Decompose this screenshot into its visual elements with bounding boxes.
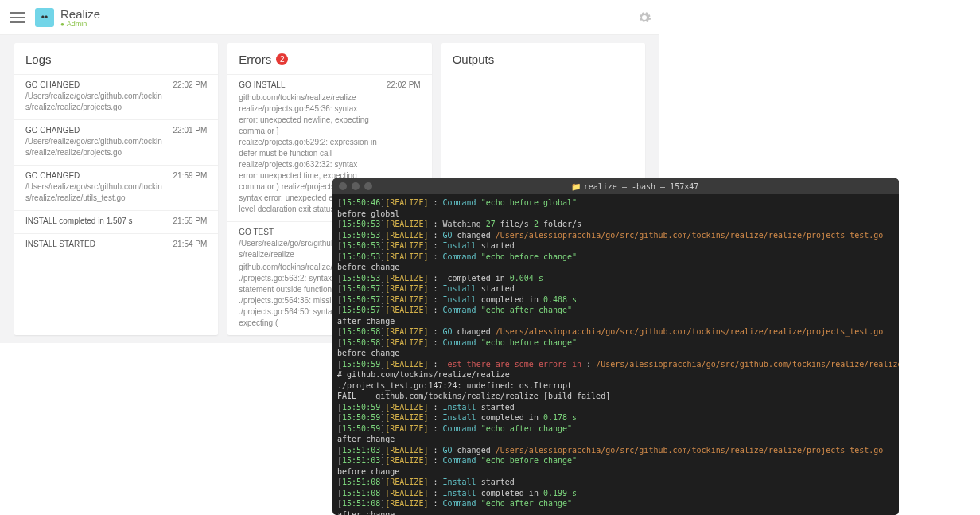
error-title: GO INSTALL bbox=[239, 80, 379, 91]
log-row[interactable]: GO CHANGED/Users/realize/go/src/github.c… bbox=[14, 74, 218, 119]
terminal-line: [15:50:59][REALIZE] : Install started bbox=[337, 402, 894, 413]
app-subtitle: Admin bbox=[60, 20, 100, 28]
log-row[interactable]: INSTALL STARTED21:54 PM bbox=[14, 233, 218, 256]
log-title: GO CHANGED bbox=[25, 125, 165, 136]
terminal-line: before change bbox=[337, 262, 894, 273]
terminal-line: # github.com/tockins/realize/realize bbox=[337, 369, 894, 380]
outputs-title: Outputs bbox=[441, 43, 645, 74]
terminal-line: [15:50:46][REALIZE] : Command "echo befo… bbox=[337, 197, 894, 209]
topbar: •• Realize Admin bbox=[0, 0, 659, 35]
log-time: 21:54 PM bbox=[173, 239, 208, 250]
terminal-line: [15:51:08][REALIZE] : Install completed … bbox=[337, 488, 894, 499]
log-path: /Users/realize/go/src/github.com/tockins… bbox=[25, 181, 165, 204]
terminal-body[interactable]: [15:50:46][REALIZE] : Command "echo befo… bbox=[332, 194, 899, 515]
terminal-line: [15:51:08][REALIZE] : Command "echo afte… bbox=[337, 498, 894, 509]
log-row[interactable]: GO CHANGED/Users/realize/go/src/github.c… bbox=[14, 119, 218, 165]
log-title: GO CHANGED bbox=[25, 80, 165, 91]
terminal-line: [15:50:57][REALIZE] : Command "echo afte… bbox=[337, 305, 894, 316]
terminal-line: before change bbox=[337, 466, 894, 478]
app-title-text: Realize bbox=[60, 7, 100, 21]
errors-title: Errors 2 bbox=[228, 43, 431, 74]
terminal-line: [15:50:59][REALIZE] : Command "echo afte… bbox=[337, 423, 894, 435]
terminal-line: before change bbox=[337, 348, 894, 359]
logs-panel: Logs GO CHANGED/Users/realize/go/src/git… bbox=[14, 43, 218, 335]
terminal-line: [15:50:53][REALIZE] : GO changed /Users/… bbox=[337, 230, 894, 241]
logs-title: Logs bbox=[14, 43, 218, 74]
gear-icon[interactable] bbox=[637, 10, 651, 25]
terminal-line: [15:50:57][REALIZE] : Install completed … bbox=[337, 295, 894, 306]
terminal-title: realize — -bash — 157×47 bbox=[584, 182, 699, 191]
log-time: 21:59 PM bbox=[173, 170, 208, 204]
terminal-line: [15:50:58][REALIZE] : GO changed /Users/… bbox=[337, 326, 894, 337]
log-title: INSTALL STARTED bbox=[25, 239, 165, 250]
close-icon[interactable] bbox=[339, 182, 347, 190]
app-title: Realize Admin bbox=[60, 7, 100, 28]
terminal-line: [15:50:53][REALIZE] : completed in 0.004… bbox=[337, 273, 894, 284]
log-time: 22:01 PM bbox=[173, 125, 208, 158]
errors-title-text: Errors bbox=[239, 53, 271, 66]
log-row[interactable]: INSTALL completed in 1.507 s21:55 PM bbox=[14, 210, 218, 233]
terminal-line: [15:51:03][REALIZE] : GO changed /Users/… bbox=[337, 445, 894, 456]
terminal-line: [15:50:53][REALIZE] : Watching 27 file/s… bbox=[337, 219, 894, 230]
app-logo: •• bbox=[35, 8, 54, 27]
terminal-line: after change bbox=[337, 509, 894, 516]
errors-count-badge: 2 bbox=[276, 53, 288, 65]
terminal-line: after change bbox=[337, 434, 894, 445]
terminal-line: ./projects_test.go:147:24: undefined: os… bbox=[337, 380, 894, 392]
terminal-line: [15:50:53][REALIZE] : Install started bbox=[337, 240, 894, 252]
folder-icon: 📁 bbox=[571, 182, 581, 191]
minimize-icon[interactable] bbox=[352, 182, 360, 190]
terminal-line: [15:51:03][REALIZE] : Command "echo befo… bbox=[337, 455, 894, 466]
terminal-line: [15:50:59][REALIZE] : Install completed … bbox=[337, 412, 894, 423]
terminal-line: before global bbox=[337, 209, 894, 220]
terminal-line: FAIL github.com/tockins/realize/realize … bbox=[337, 391, 894, 402]
terminal-window[interactable]: 📁realize — -bash — 157×47 [15:50:46][REA… bbox=[332, 178, 899, 515]
log-path: /Users/realize/go/src/github.com/tockins… bbox=[25, 136, 165, 158]
log-path: /Users/realize/go/src/github.com/tockins… bbox=[25, 91, 165, 113]
terminal-line: [15:50:59][REALIZE] : Test there are som… bbox=[337, 359, 894, 370]
terminal-line: [15:50:53][REALIZE] : Command "echo befo… bbox=[337, 252, 894, 263]
log-title: GO CHANGED bbox=[25, 170, 165, 181]
terminal-titlebar[interactable]: 📁realize — -bash — 157×47 bbox=[332, 178, 899, 194]
terminal-line: [15:50:57][REALIZE] : Install started bbox=[337, 283, 894, 295]
log-row[interactable]: GO CHANGED/Users/realize/go/src/github.c… bbox=[14, 165, 218, 210]
menu-icon[interactable] bbox=[8, 8, 27, 27]
log-time: 21:55 PM bbox=[173, 216, 208, 227]
log-title: INSTALL completed in 1.507 s bbox=[25, 216, 165, 227]
log-time: 22:02 PM bbox=[173, 80, 208, 113]
terminal-line: [15:50:58][REALIZE] : Command "echo befo… bbox=[337, 337, 894, 349]
terminal-line: [15:51:08][REALIZE] : Install started bbox=[337, 477, 894, 488]
zoom-icon[interactable] bbox=[364, 182, 372, 190]
terminal-line: after change bbox=[337, 316, 894, 327]
